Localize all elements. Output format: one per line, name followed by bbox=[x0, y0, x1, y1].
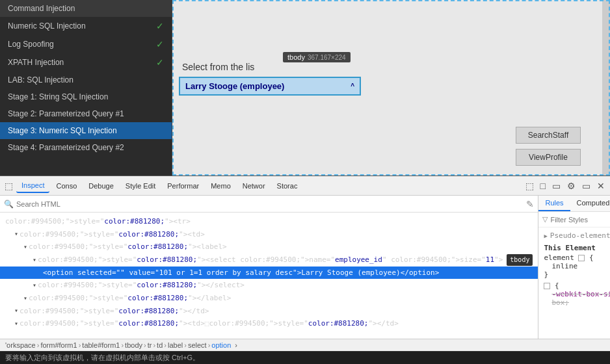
expand-arrow-icon[interactable]: ▾ bbox=[33, 255, 36, 265]
element-checkbox bbox=[578, 255, 585, 261]
dock-icon[interactable]: ▭ bbox=[579, 179, 593, 192]
breadcrumb-item-'orkspace[interactable]: 'orkspace bbox=[5, 341, 36, 349]
settings-icon[interactable]: ⚙ bbox=[564, 179, 578, 192]
expand-arrow-icon[interactable]: ▾ bbox=[23, 242, 27, 252]
select-wrapper: Larry Stooge (employee) ^ bbox=[179, 77, 361, 96]
breadcrumb-item-label[interactable]: label bbox=[168, 341, 183, 349]
html-line-td-close[interactable]: ▾color:#994500;">style="color:#881280;">… bbox=[0, 305, 538, 318]
tooltip-tag: tbody bbox=[287, 53, 305, 61]
html-line-option[interactable]: <option selected="" value="101 or 1=1 or… bbox=[0, 266, 538, 280]
sidebar-item-label: Stage 4: Parameterized Query #2 bbox=[8, 143, 124, 152]
sidebar-item[interactable]: Stage 2: Parameterized Query #1 bbox=[0, 105, 172, 122]
sidebar-item-label: Stage 2: Parameterized Query #1 bbox=[8, 109, 124, 118]
this-element-label: This Element bbox=[544, 244, 610, 252]
check-icon: ✓ bbox=[156, 57, 164, 68]
html-line-select-close[interactable]: ▾color:#994500;">style="color:#881280;">… bbox=[0, 279, 538, 292]
html-line-td2[interactable]: ▾color:#994500;">style="color:#881280;">… bbox=[0, 317, 538, 330]
html-code: color:#994500;">style="color:#881280;"><… bbox=[20, 318, 399, 330]
breadcrumb-item-form#form1[interactable]: form#form1 bbox=[40, 341, 77, 349]
breadcrumb-item-td[interactable]: td bbox=[157, 341, 163, 349]
rule-brace-close: } bbox=[544, 270, 548, 279]
breadcrumb-item-tbody[interactable]: tbody bbox=[125, 341, 142, 349]
pseudo-elements: ▶ Pseudo-elements bbox=[544, 230, 610, 241]
content-buttons: SearchStaff ViewProfile bbox=[516, 127, 581, 166]
devtools-tab-conso[interactable]: Conso bbox=[51, 179, 82, 192]
breadcrumb-separator: › bbox=[121, 341, 124, 349]
devtools-tab-networ[interactable]: Networ bbox=[237, 179, 271, 192]
breadcrumb-separator: › bbox=[79, 341, 81, 349]
html-line-select[interactable]: ▾color:#994500;">style="color:#881280;">… bbox=[0, 254, 538, 266]
devtools-tab-storac[interactable]: Storac bbox=[272, 179, 303, 192]
sidebar-item-label: Numeric SQL Injection bbox=[8, 21, 86, 31]
expand-arrow-icon[interactable]: ▾ bbox=[23, 293, 27, 304]
devtools-tab-inspect[interactable]: Inspect bbox=[16, 179, 49, 193]
html-line-label-close[interactable]: ▾color:#994500;">style="color:#881280;">… bbox=[0, 292, 538, 305]
html-line-tr[interactable]: color:#994500;">style="color:#881280;"><… bbox=[0, 215, 538, 228]
responsive-icon[interactable]: ⬚ bbox=[523, 179, 537, 192]
element-tooltip: tbody 367.167×224 bbox=[283, 52, 351, 62]
breadcrumb: 'orkspace › form#form1 › table#form1 › t… bbox=[0, 339, 610, 351]
fake-select[interactable]: Larry Stooge (employee) ^ bbox=[179, 77, 361, 96]
search-icon: 🔍 bbox=[4, 200, 14, 209]
filter-styles-input[interactable] bbox=[550, 216, 610, 224]
edit-icon[interactable]: ✎ bbox=[526, 199, 534, 209]
check-icon: ✓ bbox=[156, 39, 164, 49]
rule-props: inline bbox=[544, 262, 610, 270]
html-code: <option selected="" value="101 or 1=1 or… bbox=[43, 267, 439, 279]
devtools-tab-performar[interactable]: Performar bbox=[162, 179, 204, 192]
breadcrumb-separator: › bbox=[164, 341, 166, 349]
html-code: color:#994500;">style="color:#881280;"><… bbox=[29, 292, 231, 304]
sidebar-item[interactable]: Numeric SQL Injection✓ bbox=[0, 17, 172, 35]
box-prop: box; bbox=[551, 298, 610, 307]
breadcrumb-item-select[interactable]: select bbox=[188, 341, 207, 349]
search-staff-button[interactable]: SearchStaff bbox=[516, 127, 581, 144]
html-search-input[interactable] bbox=[16, 200, 524, 208]
breadcrumb-separator: › bbox=[208, 341, 211, 349]
html-line-label[interactable]: ▾color:#994500;">style="color:#881280;">… bbox=[0, 240, 538, 254]
sidebar-item-label: Stage 3: Numeric SQL Injection bbox=[8, 126, 117, 135]
styles-tab-rules[interactable]: Rules bbox=[538, 196, 570, 211]
close-icon[interactable]: ✕ bbox=[594, 179, 607, 192]
breadcrumb-item-tr[interactable]: tr bbox=[148, 341, 152, 349]
sidebar-item[interactable]: Stage 1: String SQL Injection bbox=[0, 88, 172, 105]
expand-arrow-icon[interactable]: ▾ bbox=[14, 229, 18, 239]
view-profile-button[interactable]: ViewProfile bbox=[516, 149, 581, 166]
sidebar-item[interactable]: LAB: SQL Injection bbox=[0, 72, 172, 88]
webkit-box-sizing: -webkit-box-sizing: border- bbox=[551, 290, 610, 298]
styles-panel: RulesComputedLayoutAnimat... ▽ + ⧉ .cls … bbox=[538, 196, 610, 339]
expand-arrow-icon[interactable]: ▾ bbox=[14, 318, 18, 329]
main-container: Command InjectionNumeric SQL Injection✓L… bbox=[0, 0, 610, 364]
inspect-cursor-icon[interactable]: ⬚ bbox=[3, 179, 15, 192]
devtools-tab-style-edit[interactable]: Style Edit bbox=[120, 179, 161, 192]
breadcrumb-item-option[interactable]: option bbox=[211, 341, 231, 349]
html-code: color:#994500;">style="color:#881280;"><… bbox=[5, 216, 191, 228]
breadcrumb-forward-icon[interactable]: › bbox=[235, 341, 237, 349]
devtools-tab-debuge[interactable]: Debuge bbox=[83, 179, 119, 192]
html-code: color:#994500;">style="color:#881280;"><… bbox=[20, 306, 209, 317]
styles-content: ▶ Pseudo-elements This Element element {… bbox=[538, 228, 610, 339]
sidebar-item[interactable]: XPATH Injection✓ bbox=[0, 53, 172, 72]
filter-icon: ▽ bbox=[542, 215, 548, 224]
sidebar-item[interactable]: Command Injection bbox=[0, 0, 172, 17]
expand-arrow-icon[interactable]: ▾ bbox=[14, 306, 18, 316]
expand-arrow-icon[interactable]: ▾ bbox=[33, 280, 36, 291]
sidebar-item-label: Log Spoofing bbox=[8, 40, 54, 49]
bootstrap-props: -webkit-box-sizing: border- box; bbox=[544, 290, 610, 307]
devtools-tab-memo[interactable]: Memo bbox=[206, 179, 236, 192]
styles-tab-computed[interactable]: Computed bbox=[570, 196, 610, 211]
styles-tabs: RulesComputedLayoutAnimat... bbox=[538, 196, 610, 212]
breadcrumb-item-table#form1[interactable]: table#form1 bbox=[82, 341, 120, 349]
devtools-toolbar: ⬚InspectConsoDebugeStyle EditPerformarMe… bbox=[0, 176, 610, 196]
content-scrollbar[interactable] bbox=[602, 0, 610, 176]
sidebar-item[interactable]: Stage 3: Numeric SQL Injection bbox=[0, 122, 172, 139]
sidebar-item[interactable]: Log Spoofing✓ bbox=[0, 35, 172, 53]
html-line-td1[interactable]: ▾color:#994500;">style="color:#881280;">… bbox=[0, 228, 538, 241]
sidebar-item[interactable]: Stage 4: Parameterized Query #2 bbox=[0, 139, 172, 156]
device-icon[interactable]: □ bbox=[538, 179, 548, 192]
html-code: color:#994500;">style="color:#881280;"><… bbox=[29, 241, 227, 253]
bootstrap-checkbox bbox=[544, 283, 550, 289]
split-icon[interactable]: ▭ bbox=[550, 179, 563, 192]
tbody-tooltip: tbody bbox=[507, 254, 533, 266]
breadcrumb-separator: › bbox=[153, 341, 155, 349]
breadcrumb-separator: › bbox=[37, 341, 40, 349]
